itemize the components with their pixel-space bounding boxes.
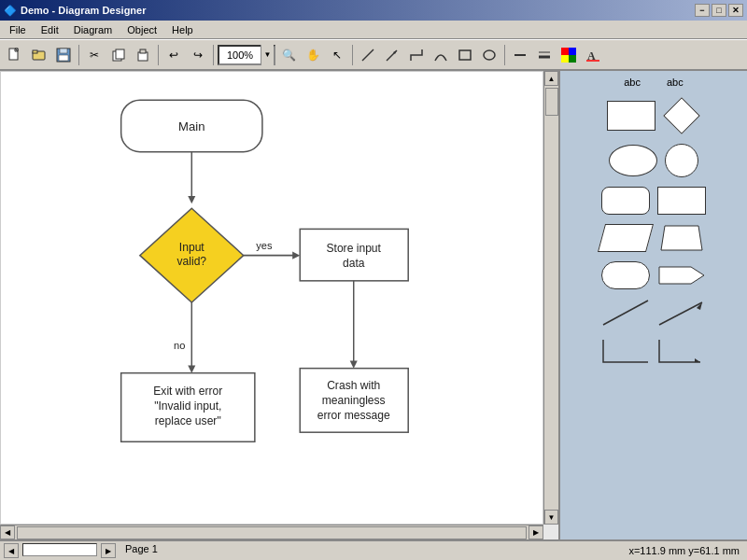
shape-arrow-right[interactable] xyxy=(657,261,706,289)
shape-label-1: abc xyxy=(624,77,641,88)
menu-diagram[interactable]: Diagram xyxy=(68,23,119,36)
svg-text:yes: yes xyxy=(256,240,273,251)
toolbar: ✂ ↩ ↪ ▼ 🔍 ✋ ↖ A xyxy=(0,39,747,71)
title-bar-controls: − □ ✕ xyxy=(695,4,743,17)
svg-text:no: no xyxy=(174,340,185,351)
shape-rectangle[interactable] xyxy=(607,101,655,131)
menu-object[interactable]: Object xyxy=(121,23,162,36)
cut-button[interactable]: ✂ xyxy=(83,44,106,66)
svg-rect-8 xyxy=(116,49,124,59)
ellipse-button[interactable] xyxy=(478,44,500,66)
shapes-row-3 xyxy=(566,187,741,215)
svg-rect-6 xyxy=(59,55,68,61)
line-width-button[interactable] xyxy=(533,44,556,66)
sep4 xyxy=(352,45,353,65)
zoom-combo[interactable]: ▼ xyxy=(218,45,275,65)
svg-line-11 xyxy=(362,49,374,61)
shape-l-right[interactable] xyxy=(601,336,650,364)
menu-help[interactable]: Help xyxy=(166,23,199,36)
paste-button[interactable] xyxy=(132,44,154,66)
svg-text:error message: error message xyxy=(317,409,390,422)
status-scroll-track[interactable] xyxy=(22,543,97,556)
shapes-header-row: abc abc xyxy=(566,77,741,88)
svg-rect-20 xyxy=(561,48,569,55)
open-button[interactable] xyxy=(28,44,50,66)
svg-rect-23 xyxy=(569,55,576,63)
svg-rect-10 xyxy=(140,49,146,53)
menu-file[interactable]: File xyxy=(4,23,32,36)
shape-line-arrow[interactable] xyxy=(657,299,706,327)
menu-edit[interactable]: Edit xyxy=(35,23,64,36)
pan-button[interactable]: ✋ xyxy=(302,44,324,66)
svg-text:Input: Input xyxy=(179,241,205,254)
sep3 xyxy=(213,45,214,65)
undo-button[interactable]: ↩ xyxy=(162,44,185,66)
text-button[interactable]: A xyxy=(582,44,604,66)
canvas-container[interactable]: Main Input valid? yes Store input data xyxy=(0,71,560,539)
shape-stadium[interactable] xyxy=(601,261,650,289)
coordinates-display: x=111.9 mm y=61.1 mm xyxy=(628,545,740,556)
svg-line-54 xyxy=(659,302,702,325)
scroll-thumb-vertical[interactable] xyxy=(545,88,558,116)
maximize-button[interactable]: □ xyxy=(712,4,726,17)
scroll-down-button[interactable]: ▼ xyxy=(544,510,558,525)
status-scroll-right[interactable]: ▶ xyxy=(101,543,116,558)
horizontal-scrollbar[interactable]: ◀ ▶ xyxy=(0,525,543,539)
svg-rect-21 xyxy=(569,48,576,55)
menu-bar: File Edit Diagram Object Help xyxy=(0,21,747,39)
sep1 xyxy=(78,45,79,65)
window-title: Demo - Diagram Designer xyxy=(21,5,146,16)
shape-rounded-rect[interactable] xyxy=(601,187,650,215)
save-button[interactable] xyxy=(52,44,75,66)
shape-trapezoid[interactable] xyxy=(657,224,706,252)
line-button[interactable] xyxy=(357,44,379,66)
svg-rect-22 xyxy=(561,55,569,63)
svg-rect-35 xyxy=(300,229,408,280)
shapes-row-7 xyxy=(566,336,741,364)
scroll-thumb-horizontal[interactable] xyxy=(17,526,527,539)
new-button[interactable] xyxy=(4,44,26,66)
canvas[interactable]: Main Input valid? yes Store input data xyxy=(0,71,543,525)
svg-rect-5 xyxy=(60,49,67,53)
svg-marker-39 xyxy=(350,361,358,369)
connector-button[interactable] xyxy=(405,44,428,66)
shape-l-arrow[interactable] xyxy=(657,336,706,364)
main-area: Main Input valid? yes Store input data xyxy=(0,71,747,539)
scroll-left-button[interactable]: ◀ xyxy=(0,525,15,539)
flowchart-svg: Main Input valid? yes Store input data xyxy=(1,72,543,524)
app-icon: 🔷 xyxy=(4,5,17,17)
shape-ellipse[interactable] xyxy=(609,145,657,176)
zoom-fit-button[interactable]: 🔍 xyxy=(277,44,300,66)
shape-label-2: abc xyxy=(667,77,684,88)
sep5 xyxy=(504,45,505,65)
line-style-button[interactable] xyxy=(509,44,531,66)
status-scroll-left[interactable]: ◀ xyxy=(4,543,19,558)
select-button[interactable]: ↖ xyxy=(326,44,348,66)
shapes-row-5 xyxy=(566,261,741,289)
scroll-up-button[interactable]: ▲ xyxy=(544,71,558,86)
shape-line-diagonal[interactable] xyxy=(601,299,650,327)
zoom-dropdown-arrow[interactable]: ▼ xyxy=(261,45,274,65)
close-button[interactable]: ✕ xyxy=(728,4,743,17)
svg-marker-28 xyxy=(188,196,195,203)
vertical-scrollbar[interactable]: ▲ ▼ xyxy=(543,71,558,525)
svg-text:Exit with error: Exit with error xyxy=(153,385,222,398)
zoom-input[interactable] xyxy=(219,49,261,61)
fill-color-button[interactable] xyxy=(557,44,580,66)
shape-parallelogram[interactable] xyxy=(601,224,650,252)
shape-circle[interactable] xyxy=(665,144,698,177)
curve-button[interactable] xyxy=(430,44,452,66)
redo-button[interactable]: ↪ xyxy=(187,44,209,66)
svg-marker-51 xyxy=(661,226,702,250)
scroll-right-button[interactable]: ▶ xyxy=(529,525,543,539)
rect-button[interactable] xyxy=(454,44,476,66)
arrow-button[interactable] xyxy=(381,44,403,66)
shapes-row-6 xyxy=(566,299,741,327)
shape-rect2[interactable] xyxy=(657,187,706,215)
svg-marker-45 xyxy=(188,366,195,373)
svg-marker-52 xyxy=(659,267,704,284)
copy-button[interactable] xyxy=(107,44,130,66)
minimize-button[interactable]: − xyxy=(695,4,710,17)
status-bar: ◀ ▶ Page 1 x=111.9 mm y=61.1 mm xyxy=(0,539,747,560)
shape-diamond[interactable] xyxy=(663,97,700,134)
